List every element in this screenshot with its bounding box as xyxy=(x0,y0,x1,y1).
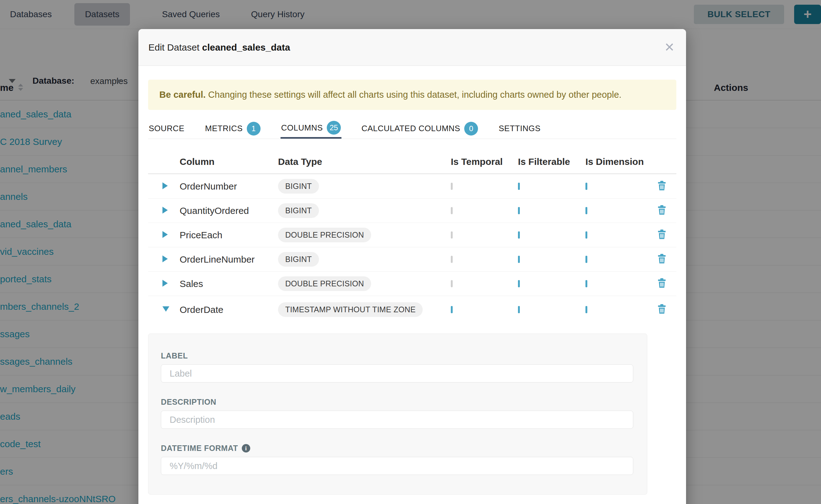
tab-label: CALCULATED COLUMNS xyxy=(361,124,460,133)
tab-label: SOURCE xyxy=(149,124,184,133)
modal-header: Edit Dataset cleaned_sales_data × xyxy=(138,29,686,66)
warning-banner: Be careful. Changing these settings will… xyxy=(148,80,676,110)
is-dimension-checkbox[interactable] xyxy=(586,183,587,190)
header-is-filterable: Is Filterable xyxy=(518,156,586,167)
tab-label: METRICS xyxy=(205,124,243,133)
column-row-orderlinenumber: OrderLineNumberBIGINT xyxy=(148,247,676,272)
header-is-dimension: Is Dimension xyxy=(586,156,658,167)
is-temporal-checkbox[interactable] xyxy=(451,231,453,239)
columns-table-body: OrderNumberBIGINTQuantityOrderedBIGINTPr… xyxy=(148,174,676,323)
info-icon[interactable]: i xyxy=(242,444,250,452)
delete-column-icon[interactable] xyxy=(658,205,666,215)
modal-title: Edit Dataset cleaned_sales_data xyxy=(148,42,290,53)
tab-count-badge: 1 xyxy=(247,122,260,136)
label-field-label: LABEL xyxy=(161,351,633,360)
close-icon[interactable]: × xyxy=(665,38,674,56)
column-name: OrderLineNumber xyxy=(180,254,278,265)
data-type-pill: DOUBLE PRECISION xyxy=(278,276,371,291)
is-filterable-checkbox[interactable] xyxy=(518,231,520,239)
column-row-orderdate: OrderDateTIMESTAMP WITHOUT TIME ZONE xyxy=(148,296,676,323)
tab-calculated-columns[interactable]: CALCULATED COLUMNS0 xyxy=(361,117,479,139)
header-column: Column xyxy=(180,156,278,167)
column-row-quantityordered: QuantityOrderedBIGINT xyxy=(148,199,676,223)
data-type-pill: TIMESTAMP WITHOUT TIME ZONE xyxy=(278,302,423,317)
header-is-temporal: Is Temporal xyxy=(451,156,518,167)
column-row-sales: SalesDOUBLE PRECISION xyxy=(148,272,676,296)
expand-caret-icon[interactable] xyxy=(162,207,168,214)
column-name: Sales xyxy=(180,279,278,289)
warning-text: Changing these settings will affect all … xyxy=(208,90,621,100)
columns-table-header: ColumnData TypeIs TemporalIs FilterableI… xyxy=(148,150,676,174)
is-dimension-checkbox[interactable] xyxy=(586,231,587,239)
column-name: OrderDate xyxy=(180,304,278,315)
expand-caret-icon[interactable] xyxy=(162,231,168,238)
modal-body: Be careful. Changing these settings will… xyxy=(138,80,686,495)
delete-column-icon[interactable] xyxy=(658,181,666,190)
is-dimension-checkbox[interactable] xyxy=(586,280,587,287)
header-data-type: Data Type xyxy=(278,156,451,167)
column-row-priceeach: PriceEachDOUBLE PRECISION xyxy=(148,223,676,247)
tab-bar: SOURCEMETRICS1COLUMNS25CALCULATED COLUMN… xyxy=(148,117,676,139)
is-dimension-checkbox[interactable] xyxy=(586,207,587,214)
collapse-caret-icon[interactable] xyxy=(162,306,169,312)
screen: DatabasesDatasetsSaved QueriesQuery Hist… xyxy=(0,0,821,504)
expand-caret-icon[interactable] xyxy=(162,182,168,189)
expand-caret-icon[interactable] xyxy=(162,280,168,287)
columns-table: ColumnData TypeIs TemporalIs FilterableI… xyxy=(148,150,676,323)
column-detail-panel: LABEL DESCRIPTION DATETIME FORMAT i xyxy=(148,334,647,495)
expand-caret-icon[interactable] xyxy=(162,255,168,262)
delete-column-icon[interactable] xyxy=(658,278,666,288)
tab-label: SETTINGS xyxy=(499,124,541,133)
is-dimension-checkbox[interactable] xyxy=(586,306,587,313)
is-temporal-checkbox[interactable] xyxy=(451,256,453,263)
description-input[interactable] xyxy=(161,411,633,429)
is-temporal-checkbox[interactable] xyxy=(451,306,453,313)
data-type-pill: BIGINT xyxy=(278,179,319,194)
data-type-pill: BIGINT xyxy=(278,203,319,218)
tab-label: COLUMNS xyxy=(281,123,323,133)
label-field-label-text: LABEL xyxy=(161,351,188,360)
description-field-label-text: DESCRIPTION xyxy=(161,398,216,407)
is-temporal-checkbox[interactable] xyxy=(451,280,453,287)
edit-dataset-modal: Edit Dataset cleaned_sales_data × Be car… xyxy=(138,29,686,504)
tab-count-badge: 0 xyxy=(464,122,478,136)
is-filterable-checkbox[interactable] xyxy=(518,183,520,190)
is-temporal-checkbox[interactable] xyxy=(451,207,453,214)
column-name: PriceEach xyxy=(180,230,278,240)
column-name: QuantityOrdered xyxy=(180,205,278,216)
label-input[interactable] xyxy=(161,364,633,383)
tab-settings[interactable]: SETTINGS xyxy=(498,117,541,139)
delete-column-icon[interactable] xyxy=(658,304,666,314)
datetime-format-label-text: DATETIME FORMAT xyxy=(161,444,238,453)
data-type-pill: BIGINT xyxy=(278,252,319,267)
is-temporal-checkbox[interactable] xyxy=(451,183,453,190)
is-filterable-checkbox[interactable] xyxy=(518,280,520,287)
delete-column-icon[interactable] xyxy=(658,254,666,264)
modal-title-prefix: Edit Dataset xyxy=(148,42,199,52)
is-filterable-checkbox[interactable] xyxy=(518,256,520,263)
tab-source[interactable]: SOURCE xyxy=(148,117,185,139)
datetime-format-input[interactable] xyxy=(161,457,633,475)
delete-column-icon[interactable] xyxy=(658,230,666,239)
data-type-pill: DOUBLE PRECISION xyxy=(278,228,371,242)
datetime-format-field-label: DATETIME FORMAT i xyxy=(161,444,633,453)
tab-count-badge: 25 xyxy=(327,121,341,135)
description-field-label: DESCRIPTION xyxy=(161,398,633,407)
tab-metrics[interactable]: METRICS1 xyxy=(204,117,261,139)
warning-bold-text: Be careful. xyxy=(159,90,205,100)
is-filterable-checkbox[interactable] xyxy=(518,306,520,313)
column-row-ordernumber: OrderNumberBIGINT xyxy=(148,174,676,199)
column-name: OrderNumber xyxy=(180,181,278,192)
is-dimension-checkbox[interactable] xyxy=(586,256,587,263)
is-filterable-checkbox[interactable] xyxy=(518,207,520,214)
modal-title-dataset-name: cleaned_sales_data xyxy=(202,42,290,52)
tab-columns[interactable]: COLUMNS25 xyxy=(280,117,341,139)
